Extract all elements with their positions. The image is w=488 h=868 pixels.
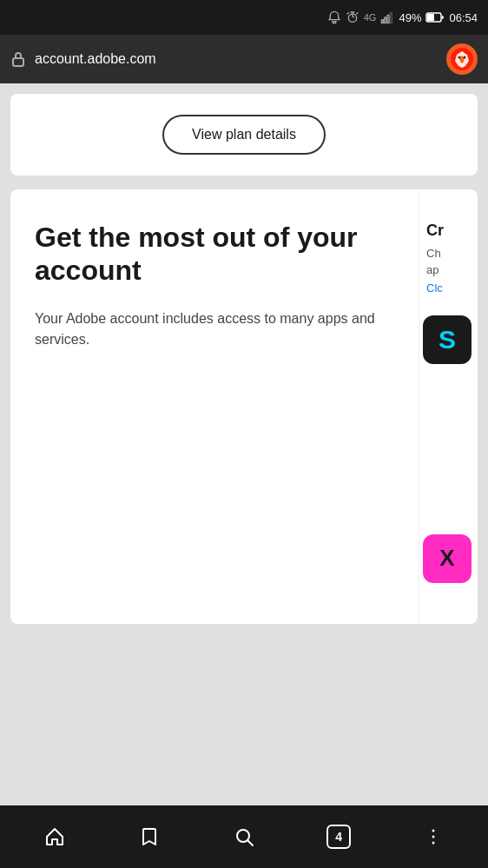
right-link[interactable]: Clc	[426, 282, 474, 295]
svg-point-13	[432, 836, 435, 838]
spark-letter: S	[439, 325, 456, 354]
svg-rect-6	[427, 14, 434, 21]
plan-card: View plan details	[10, 94, 478, 176]
menu-dots-icon	[423, 826, 444, 847]
bookmark-icon	[139, 826, 160, 847]
svg-point-10	[464, 56, 466, 59]
nav-home[interactable]	[30, 812, 79, 861]
right-subtext-2: ap	[426, 262, 474, 278]
lock-icon	[10, 51, 26, 67]
xd-letter: X	[439, 545, 454, 572]
nav-search[interactable]	[220, 812, 268, 861]
right-text: Cr Ch ap Clc	[423, 221, 478, 308]
status-bar: 4G 49% 06:54	[0, 0, 488, 35]
bottom-nav: 4	[0, 805, 488, 868]
tab-count: 4	[326, 825, 351, 849]
notification-icon	[327, 10, 341, 24]
alarm-icon	[346, 10, 359, 24]
card-gap	[0, 176, 488, 189]
card-heading: Get the most out of your account	[35, 221, 394, 288]
svg-rect-2	[385, 17, 386, 23]
nav-tabs[interactable]: 4	[314, 812, 363, 861]
right-panel: Cr Ch ap Clc S X	[419, 189, 478, 624]
view-plan-button[interactable]: View plan details	[162, 115, 326, 155]
time: 06:54	[449, 11, 478, 24]
home-icon	[44, 826, 65, 847]
network-type: 4G	[364, 12, 377, 23]
svg-point-9	[458, 56, 461, 59]
signal-icon	[380, 10, 394, 24]
svg-rect-7	[13, 58, 23, 66]
brave-browser-icon[interactable]	[446, 43, 478, 75]
svg-rect-1	[382, 20, 384, 23]
svg-point-12	[432, 830, 435, 832]
main-card: Get the most out of your account Your Ad…	[10, 189, 478, 624]
url-text[interactable]: account.adobe.com	[35, 51, 438, 67]
right-heading: Cr	[426, 221, 474, 241]
right-subtext-1: Ch	[426, 246, 474, 262]
card-description: Your Adobe account includes access to ma…	[35, 308, 394, 350]
svg-rect-4	[391, 13, 392, 23]
battery-percent: 49%	[399, 11, 421, 24]
svg-point-14	[432, 842, 435, 845]
nav-menu[interactable]	[409, 812, 458, 861]
main-card-content: Get the most out of your account Your Ad…	[10, 189, 419, 624]
xd-app-icon: X	[423, 534, 472, 583]
spark-app-icon: S	[423, 315, 472, 364]
battery-icon	[425, 11, 445, 23]
address-bar: account.adobe.com	[0, 35, 488, 83]
search-icon	[234, 826, 254, 847]
status-icons: 4G 49% 06:54	[327, 10, 478, 24]
nav-bookmark[interactable]	[125, 812, 174, 861]
svg-rect-3	[387, 15, 389, 23]
page-content: View plan details Get the most out of yo…	[0, 83, 488, 805]
icon-spacer	[423, 388, 478, 527]
brave-logo	[450, 47, 474, 71]
